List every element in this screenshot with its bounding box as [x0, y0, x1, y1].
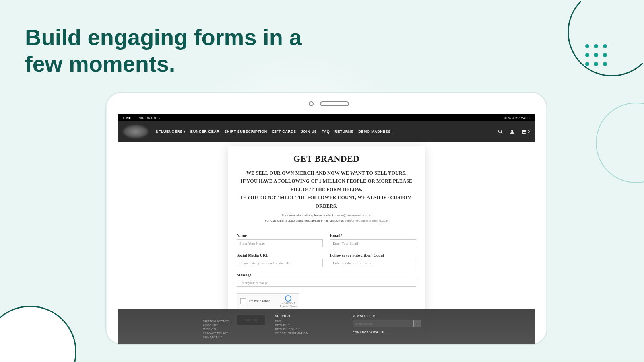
dots-grid — [585, 44, 607, 66]
newsletter-input-wrap: › — [353, 320, 421, 327]
content-area: GET BRANDED WE SELL OUR OWN MERCH AND NO… — [118, 142, 535, 344]
message-input[interactable] — [237, 279, 416, 287]
footer-support-h: SUPPORT — [275, 315, 308, 317]
brand-logo[interactable] — [123, 125, 148, 138]
footer-col-news: NEWSLETTER › CONNECT WITH US — [353, 315, 421, 344]
tablet-speaker — [320, 101, 349, 106]
footer-col-1: . CUSTOM APPAREL ACCOUNT MISSION PRIVACY… — [203, 315, 231, 344]
footer-link[interactable]: MISSION — [203, 328, 231, 331]
topbar: LINC @REWARDS NEW ARRIVALS — [118, 114, 535, 121]
form-title: GET BRANDED — [237, 154, 416, 164]
field-name: Name — [237, 233, 323, 247]
nav-links: INFLUENCERS BUNKER GEAR SHIRT SUBSCRIPTI… — [155, 130, 391, 134]
field-social: Social Media URL — [237, 253, 323, 267]
nav-faq[interactable]: FAQ — [322, 130, 330, 134]
topbar-right[interactable]: NEW ARRIVALS — [504, 116, 530, 120]
footer-link[interactable]: ORDER INFORMATION — [275, 332, 308, 335]
user-icon[interactable] — [509, 129, 515, 135]
footer-link[interactable]: CUSTOM APPAREL — [203, 320, 231, 323]
topbar-linc[interactable]: LINC — [123, 116, 132, 120]
info2-link[interactable]: support@bunkerbranding.com — [345, 219, 388, 222]
message-label: Message — [237, 273, 416, 277]
nav-join-us[interactable]: JOIN US — [301, 130, 317, 134]
form-subhead-2: IF YOU HAVE A FOLLOWING OF 1 MILLION PEO… — [237, 177, 416, 193]
search-icon[interactable] — [497, 129, 504, 135]
page-heading: Build engaging forms in a few moments. — [25, 24, 331, 77]
follower-input[interactable] — [330, 259, 416, 267]
circle-bottom-left — [0, 306, 76, 362]
nav-bunker-gear[interactable]: BUNKER GEAR — [190, 130, 220, 134]
footer: . CUSTOM APPAREL ACCOUNT MISSION PRIVACY… — [118, 309, 535, 344]
nav-gift-cards[interactable]: GIFT CARDS — [272, 130, 296, 134]
tablet-camera — [309, 101, 314, 106]
email-label: Email* — [330, 233, 416, 238]
form-card: GET BRANDED WE SELL OUR OWN MERCH AND NO… — [228, 146, 425, 335]
follower-label: Follower (or Subscriber) Count — [330, 253, 416, 257]
recaptcha-checkbox[interactable] — [240, 298, 246, 304]
footer-link[interactable]: RETURNS — [275, 324, 308, 327]
recaptcha-text: I'm not a robot — [249, 299, 270, 303]
form-info: For more information please contact crea… — [237, 213, 416, 224]
form-subhead-3: IF YOU DO NOT MEET THE FOLLOWER COUNT, W… — [237, 193, 416, 210]
social-label: Social Media URL — [237, 253, 323, 257]
social-input[interactable] — [237, 259, 323, 267]
footer-link[interactable]: PRIVACY POLICY — [203, 332, 231, 335]
topbar-rewards[interactable]: @REWARDS — [139, 116, 160, 120]
navbar: INFLUENCERS BUNKER GEAR SHIRT SUBSCRIPTI… — [118, 121, 535, 142]
footer-col-support: SUPPORT FAQ RETURNS RETURN POLICY ORDER … — [275, 315, 308, 344]
info2-pre: For Customer Support inquiries please em… — [265, 219, 345, 222]
newsletter-submit[interactable]: › — [414, 320, 421, 327]
info1-pre: For more information please contact — [282, 214, 334, 217]
nav-demo-madness[interactable]: DEMO MADNESS — [358, 130, 391, 134]
form-subhead-1: WE SELL OUR OWN MERCH AND NOW WE WANT TO… — [237, 169, 416, 177]
form-grid: Name Email* Social Media URL Follower (o… — [237, 233, 416, 287]
footer-link[interactable]: ACCOUNT — [203, 324, 231, 327]
nav-returns[interactable]: RETURNS — [334, 130, 353, 134]
newsletter-input[interactable] — [353, 320, 414, 327]
cart-count: 0 — [528, 130, 530, 134]
footer-link[interactable]: CONTACT US — [203, 336, 231, 339]
footer-news-h: NEWSLETTER — [353, 315, 421, 317]
nav-influencers[interactable]: INFLUENCERS — [155, 130, 186, 134]
footer-link[interactable]: FAQ — [275, 320, 308, 323]
field-message: Message — [237, 273, 416, 287]
tablet-screen: LINC @REWARDS NEW ARRIVALS INFLUENCERS B… — [118, 114, 535, 344]
info1-link[interactable]: create@bunkermade.com — [334, 214, 371, 217]
footer-link[interactable]: RETURN POLICY — [275, 328, 308, 331]
footer-connect-h: CONNECT WITH US — [353, 331, 421, 334]
recaptcha[interactable]: I'm not a robot reCAPTCHA Privacy - Term… — [237, 293, 299, 309]
tablet-device: LINC @REWARDS NEW ARRIVALS INFLUENCERS B… — [105, 92, 547, 345]
arc-mid-right — [596, 103, 644, 183]
recaptcha-badge: reCAPTCHA Privacy - Terms — [280, 295, 297, 308]
cart-button[interactable]: 0 — [521, 129, 530, 135]
nav-right: 0 — [497, 129, 530, 135]
field-email: Email* — [330, 233, 416, 247]
cart-icon — [521, 129, 527, 135]
name-input[interactable] — [237, 239, 323, 247]
nav-shirt-subscription[interactable]: SHIRT SUBSCRIPTION — [224, 130, 267, 134]
name-label: Name — [237, 233, 323, 238]
email-input[interactable] — [330, 239, 416, 247]
field-follower: Follower (or Subscriber) Count — [330, 253, 416, 267]
